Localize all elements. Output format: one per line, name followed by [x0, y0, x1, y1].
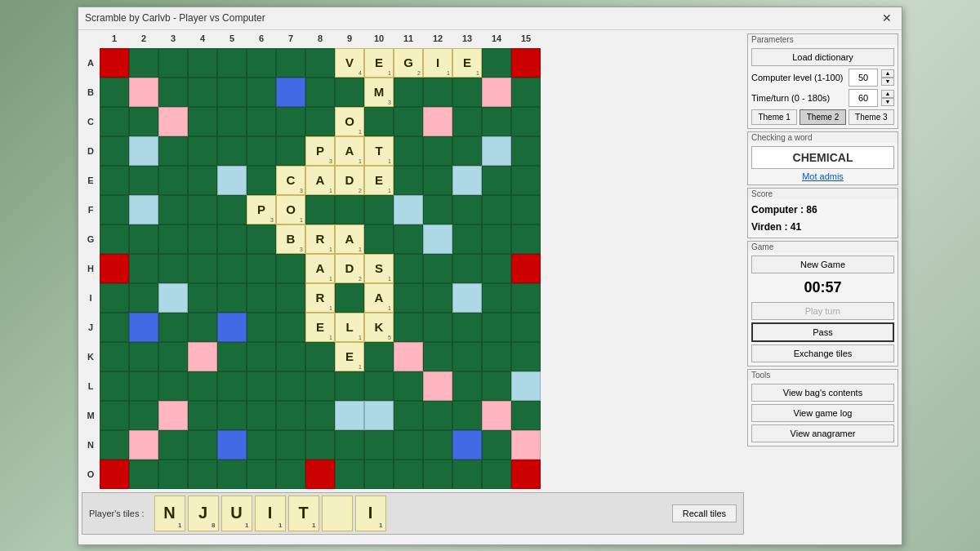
board-cell[interactable] — [276, 48, 305, 78]
board-cell[interactable] — [423, 136, 452, 166]
board-cell[interactable] — [452, 371, 482, 401]
board-cell[interactable] — [335, 430, 364, 460]
board-cell[interactable] — [217, 78, 247, 107]
board-cell[interactable] — [276, 371, 305, 401]
player-tile[interactable]: I1 — [255, 495, 286, 531]
board-cell[interactable]: E1 — [305, 313, 335, 342]
board-cell[interactable] — [158, 313, 188, 342]
board-cell[interactable] — [452, 166, 482, 195]
board-cell[interactable]: I1 — [423, 48, 452, 78]
board-cell[interactable] — [188, 107, 217, 136]
board-cell[interactable] — [247, 460, 276, 489]
board-cell[interactable] — [276, 342, 305, 371]
board-cell[interactable] — [100, 224, 129, 254]
board-cell[interactable] — [100, 313, 129, 342]
board-cell[interactable] — [452, 78, 482, 107]
board-cell[interactable] — [511, 224, 541, 254]
board-cell[interactable] — [423, 283, 452, 313]
new-game-button[interactable]: New Game — [751, 256, 894, 273]
board-cell[interactable] — [188, 313, 217, 342]
computer-level-input[interactable] — [849, 69, 878, 87]
board-cell[interactable] — [394, 313, 423, 342]
theme-button-2[interactable]: Theme 2 — [800, 109, 845, 125]
board-cell[interactable] — [482, 78, 511, 107]
board-cell[interactable] — [452, 107, 482, 136]
board-cell[interactable] — [452, 460, 482, 489]
board-cell[interactable]: V4 — [335, 48, 364, 78]
board-cell[interactable] — [305, 48, 335, 78]
board-cell[interactable] — [217, 401, 247, 430]
board-cell[interactable] — [129, 401, 158, 430]
board-cell[interactable] — [188, 195, 217, 224]
view-log-button[interactable]: View game log — [751, 404, 894, 422]
board-cell[interactable] — [158, 48, 188, 78]
board-cell[interactable] — [482, 224, 511, 254]
board-cell[interactable] — [100, 342, 129, 371]
board-cell[interactable] — [217, 107, 247, 136]
board-cell[interactable] — [217, 48, 247, 78]
board-cell[interactable] — [511, 78, 541, 107]
board-cell[interactable] — [247, 371, 276, 401]
board-cell[interactable] — [188, 224, 217, 254]
board-cell[interactable] — [423, 342, 452, 371]
board-cell[interactable] — [364, 195, 394, 224]
board-cell[interactable] — [305, 371, 335, 401]
board-cell[interactable] — [423, 430, 452, 460]
board-cell[interactable] — [423, 166, 452, 195]
board-cell[interactable] — [129, 78, 158, 107]
board-cell[interactable] — [158, 371, 188, 401]
board-cell[interactable] — [100, 283, 129, 313]
board-cell[interactable] — [276, 107, 305, 136]
board-cell[interactable] — [188, 342, 217, 371]
board-cell[interactable]: G2 — [394, 48, 423, 78]
player-tile[interactable]: U1 — [221, 495, 252, 531]
exchange-tiles-button[interactable]: Exchange tiles — [751, 344, 894, 362]
board-cell[interactable] — [276, 254, 305, 283]
board-cell[interactable] — [482, 195, 511, 224]
board-cell[interactable] — [247, 166, 276, 195]
board-cell[interactable] — [482, 313, 511, 342]
board-cell[interactable] — [452, 401, 482, 430]
board-cell[interactable] — [394, 401, 423, 430]
view-bag-button[interactable]: View bag's contents — [751, 384, 894, 402]
board-cell[interactable] — [482, 460, 511, 489]
board-cell[interactable] — [364, 342, 394, 371]
board-cell[interactable] — [217, 460, 247, 489]
board-cell[interactable] — [158, 166, 188, 195]
player-tile[interactable]: N1 — [154, 495, 185, 531]
board-cell[interactable] — [394, 78, 423, 107]
board-cell[interactable] — [158, 460, 188, 489]
board-cell[interactable] — [511, 460, 541, 489]
board-cell[interactable]: O1 — [335, 107, 364, 136]
board-cell[interactable] — [511, 48, 541, 78]
board-cell[interactable]: K5 — [364, 313, 394, 342]
board-cell[interactable] — [423, 195, 452, 224]
board-cell[interactable] — [276, 401, 305, 430]
computer-level-up[interactable]: ▲ — [881, 69, 894, 78]
board-cell[interactable] — [482, 401, 511, 430]
board-cell[interactable] — [158, 254, 188, 283]
board-cell[interactable] — [511, 107, 541, 136]
board-cell[interactable] — [158, 107, 188, 136]
board-cell[interactable] — [511, 136, 541, 166]
board-cell[interactable]: E1 — [364, 166, 394, 195]
board-cell[interactable] — [188, 136, 217, 166]
board-cell[interactable] — [276, 78, 305, 107]
board-cell[interactable] — [247, 224, 276, 254]
board-cell[interactable] — [158, 195, 188, 224]
board-cell[interactable] — [188, 78, 217, 107]
board-cell[interactable] — [129, 48, 158, 78]
board-cell[interactable] — [305, 460, 335, 489]
player-tile[interactable]: I1 — [355, 495, 386, 531]
board-cell[interactable] — [129, 224, 158, 254]
board-cell[interactable] — [247, 136, 276, 166]
board-cell[interactable] — [217, 136, 247, 166]
board-cell[interactable] — [158, 136, 188, 166]
board-cell[interactable] — [364, 430, 394, 460]
board-cell[interactable] — [305, 195, 335, 224]
board-cell[interactable] — [217, 283, 247, 313]
board-cell[interactable]: A1 — [305, 166, 335, 195]
board-cell[interactable] — [129, 371, 158, 401]
board-cell[interactable] — [129, 342, 158, 371]
board-cell[interactable] — [511, 166, 541, 195]
